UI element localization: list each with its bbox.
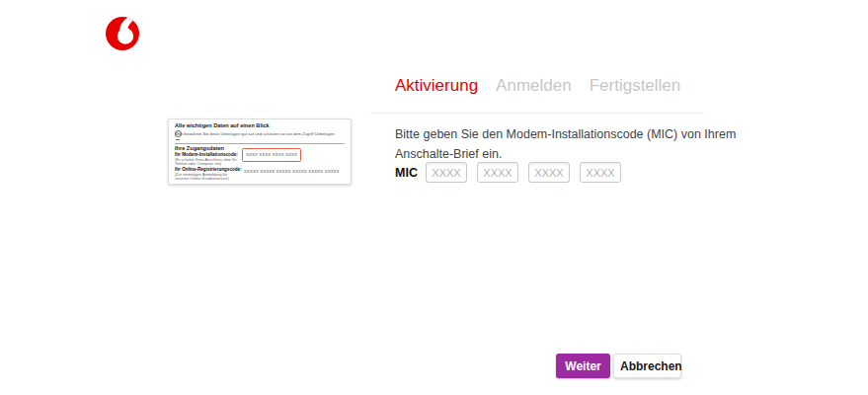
weiter-button[interactable]: Weiter — [556, 354, 610, 378]
wizard-steps: Aktivierung Anmelden Fertigstellen — [395, 76, 680, 96]
vodafone-logo-icon — [106, 17, 139, 50]
mic-input-1[interactable] — [426, 162, 467, 183]
letter-online-label: Ihr Online-Registrierungscode: — [175, 167, 242, 172]
mic-instruction-line: Anschalte-Brief ein. — [395, 144, 736, 164]
letter-mic-highlight-box: XXXX XXXX XXXX XXXX — [242, 148, 301, 162]
mic-label: MIC — [395, 166, 426, 180]
letter-online-sub: unseren Online-Kundenservice) — [175, 176, 229, 181]
letter-title: Alle wichtigen Daten auf einen Blick — [175, 122, 270, 128]
letter-online-value: XXXXX XXXXX XXXXX XXXXX XXXXX XXXXX — [244, 169, 340, 174]
tab-aktivierung[interactable]: Aktivierung — [395, 76, 478, 96]
tab-fertigstellen[interactable]: Fertigstellen — [590, 76, 681, 96]
letter-modem-sub: Telefon oder Computer ein) — [175, 161, 221, 166]
letter-dash — [176, 139, 180, 140]
tab-anmelden[interactable]: Anmelden — [496, 76, 572, 96]
anschalte-brief-preview: Alle wichtigen Daten auf einen Blick i B… — [168, 118, 352, 185]
tabs-divider — [370, 113, 704, 114]
letter-modem-label: Ihr Modem-Installationscode: — [175, 152, 238, 157]
mic-input-4[interactable] — [580, 162, 621, 183]
letter-notice-text: Bitte bewahren Sie diese Unterlagen gut … — [175, 131, 336, 136]
mic-input-2[interactable] — [477, 162, 518, 183]
abbrechen-button[interactable]: Abbrechen — [613, 354, 681, 378]
letter-separator — [175, 143, 345, 144]
mic-instruction: Bitte geben Sie den Modem-Installationsc… — [395, 124, 736, 164]
letter-notice: i Bitte bewahren Sie diese Unterlagen gu… — [175, 130, 182, 137]
mic-input-row: MIC — [395, 162, 631, 183]
mic-input-3[interactable] — [528, 162, 570, 183]
mic-instruction-line: Bitte geben Sie den Modem-Installationsc… — [395, 124, 736, 144]
letter-section-title: Ihre Zugangsdaten — [175, 145, 224, 151]
